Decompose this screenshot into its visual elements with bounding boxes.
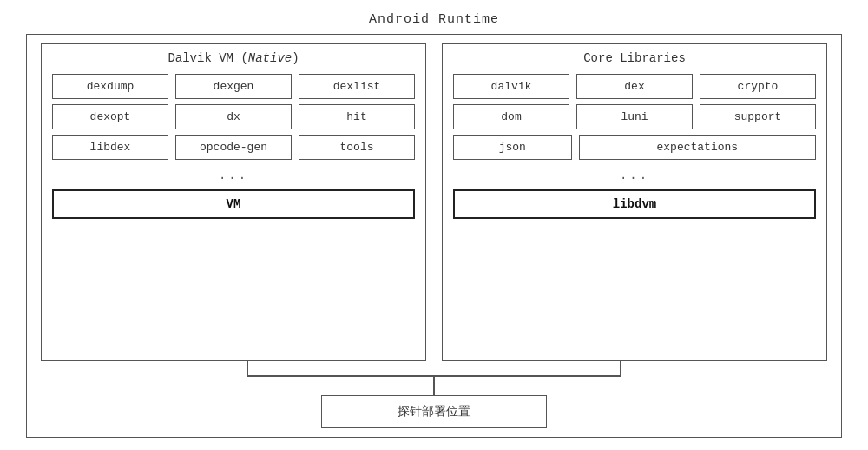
cell-dexopt: dexopt	[52, 104, 168, 129]
cell-dom: dom	[453, 104, 569, 129]
cell-support: support	[700, 104, 816, 129]
dalvik-dots: ...	[52, 169, 415, 182]
dalvik-row2: dexopt dx hit	[52, 104, 415, 129]
cell-dexgen: dexgen	[175, 74, 292, 99]
dalvik-row1: dexdump dexgen dexlist	[52, 74, 415, 99]
dalvik-row3: libdex opcode-gen tools	[52, 135, 415, 160]
dalvik-panel-title: Dalvik VM (Native)	[52, 51, 415, 65]
cell-dx: dx	[175, 104, 292, 129]
dalvik-panel: Dalvik VM (Native) dexdump dexgen dexlis…	[41, 43, 426, 361]
page-title: Android Runtime	[369, 12, 499, 27]
connector-lines	[41, 361, 827, 395]
cell-dex: dex	[576, 74, 693, 99]
cell-libdex: libdex	[52, 135, 168, 160]
connector-area: 探针部署位置	[41, 361, 827, 437]
core-row2: dom luni support	[453, 104, 816, 129]
core-row1: dalvik dex crypto	[453, 74, 816, 99]
bottom-label-box: 探针部署位置	[321, 395, 547, 428]
core-panel-title: Core Libraries	[453, 51, 816, 65]
core-row3: json expectations	[453, 135, 816, 160]
android-runtime-box: Dalvik VM (Native) dexdump dexgen dexlis…	[26, 34, 842, 438]
cell-tools: tools	[299, 135, 415, 160]
cell-luni: luni	[576, 104, 693, 129]
cell-json: json	[453, 135, 572, 160]
core-dots: ...	[453, 169, 816, 182]
cell-hit: hit	[299, 104, 415, 129]
cell-crypto: crypto	[700, 74, 816, 99]
cell-opcode-gen: opcode-gen	[175, 135, 292, 160]
two-panels: Dalvik VM (Native) dexdump dexgen dexlis…	[41, 43, 827, 361]
cell-dexdump: dexdump	[52, 74, 168, 99]
cell-dalvik: dalvik	[453, 74, 569, 99]
cell-expectations: expectations	[579, 135, 816, 160]
outer-wrapper: Android Runtime Dalvik VM (Native) dexdu…	[26, 12, 842, 438]
core-libdvm-bar: libdvm	[453, 189, 816, 219]
dalvik-vm-bar: VM	[52, 189, 415, 219]
cell-dexlist: dexlist	[299, 74, 415, 99]
core-panel: Core Libraries dalvik dex crypto dom lun…	[442, 43, 827, 361]
